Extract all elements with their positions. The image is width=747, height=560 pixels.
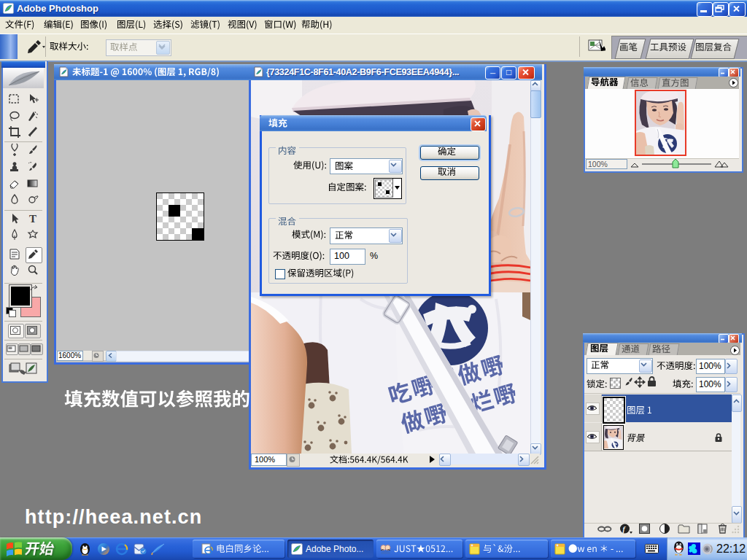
svg-text:T: T	[29, 213, 36, 225]
